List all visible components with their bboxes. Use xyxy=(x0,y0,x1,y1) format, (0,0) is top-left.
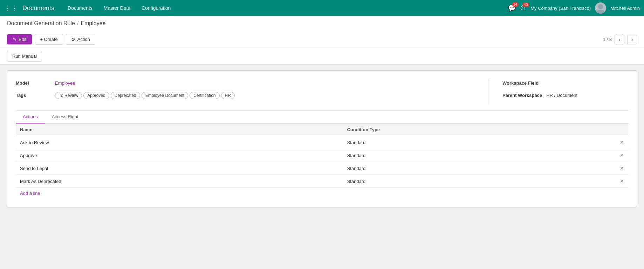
pager-prev[interactable]: ‹ xyxy=(615,35,624,44)
pager-text: 1 / 8 xyxy=(603,37,612,42)
app-name: Documents xyxy=(22,5,54,12)
clock-icon[interactable]: ⏱ 40 xyxy=(520,5,526,12)
pager: 1 / 8 ‹ › xyxy=(603,35,637,44)
svg-point-1 xyxy=(596,10,605,14)
cell-condition-type: Standard xyxy=(343,136,614,149)
pencil-icon: ✎ xyxy=(13,37,16,42)
clock-badge: 40 xyxy=(522,2,529,7)
delete-row-btn[interactable]: ✕ xyxy=(620,165,624,171)
table-row: Mark As Deprecated Standard ✕ xyxy=(16,175,628,188)
breadcrumb: Document Generation Rule / Employee xyxy=(0,16,644,31)
topbar: ⋮⋮ Documents Documents Master Data Confi… xyxy=(0,0,644,16)
table-row: Ask to Review Standard ✕ xyxy=(16,136,628,149)
workspace-field-group: Workspace Field xyxy=(502,79,543,86)
cell-name: Send to Legal xyxy=(16,162,343,175)
model-value: Employee xyxy=(55,79,75,86)
company-name: My Company (San Francisco) xyxy=(530,6,591,11)
create-button[interactable]: + Create xyxy=(35,34,63,45)
cell-condition-type: Standard xyxy=(343,175,614,188)
tag-deprecated: Deprecated xyxy=(111,92,140,99)
actions-table: Name Condition Type Ask to Review Standa… xyxy=(16,123,628,188)
tag-certification: Certification xyxy=(190,92,219,99)
cell-condition-type: Standard xyxy=(343,162,614,175)
add-line-btn[interactable]: Add a line xyxy=(16,188,44,199)
tags-label: Tags xyxy=(16,91,51,98)
table-row: Send to Legal Standard ✕ xyxy=(16,162,628,175)
model-group: Model Employee xyxy=(16,79,75,86)
topbar-right: 💬 14 ⏱ 40 My Company (San Francisco) Mit… xyxy=(508,2,640,14)
workspace-field-row: Workspace Field xyxy=(502,79,628,86)
run-manual-bar: Run Manual xyxy=(0,48,644,65)
avatar[interactable] xyxy=(595,2,606,14)
parent-workspace-value: HR / Document xyxy=(546,91,577,98)
tab-access-right[interactable]: Access Right xyxy=(45,111,85,123)
pager-next[interactable]: › xyxy=(627,35,637,44)
breadcrumb-separator: / xyxy=(77,20,78,27)
breadcrumb-parent[interactable]: Document Generation Rule xyxy=(7,20,75,27)
tabs-container: Actions Access Right Name Condition Type… xyxy=(16,110,628,199)
username: Mitchell Admin xyxy=(610,6,640,11)
col-name: Name xyxy=(16,123,343,136)
tab-actions[interactable]: Actions xyxy=(16,111,45,123)
chat-icon[interactable]: 💬 14 xyxy=(508,4,516,12)
chat-badge: 14 xyxy=(512,2,519,7)
gear-icon: ⚙ xyxy=(71,37,75,42)
col-condition-type: Condition Type xyxy=(343,123,614,136)
tag-approved: Approved xyxy=(83,92,109,99)
form-left: Model Employee Tags To Review Approved D… xyxy=(16,79,474,105)
workspace-field-label: Workspace Field xyxy=(502,79,539,86)
table-header-row: Name Condition Type xyxy=(16,123,628,136)
delete-row-btn[interactable]: ✕ xyxy=(620,153,624,158)
form-right: Workspace Field Parent Workspace HR / Do… xyxy=(488,79,628,105)
cell-name: Approve xyxy=(16,149,343,162)
cell-name: Mark As Deprecated xyxy=(16,175,343,188)
tags-container: To Review Approved Deprecated Employee D… xyxy=(55,91,235,99)
nav-configuration[interactable]: Configuration xyxy=(137,3,176,13)
delete-row-btn[interactable]: ✕ xyxy=(620,178,624,184)
table-row: Approve Standard ✕ xyxy=(16,149,628,162)
tag-to-review: To Review xyxy=(55,92,82,99)
form-top: Model Employee Tags To Review Approved D… xyxy=(16,79,628,105)
tags-row: Tags To Review Approved Deprecated Emplo… xyxy=(16,91,474,99)
delete-row-btn[interactable]: ✕ xyxy=(620,140,624,145)
model-row: Model Employee xyxy=(16,79,474,86)
edit-button[interactable]: ✎ Edit xyxy=(7,34,32,44)
grid-icon[interactable]: ⋮⋮ xyxy=(4,4,18,12)
nav-master-data[interactable]: Master Data xyxy=(99,3,135,13)
action-button[interactable]: ⚙ Action xyxy=(66,34,95,45)
nav-documents[interactable]: Documents xyxy=(63,3,97,13)
svg-point-0 xyxy=(598,4,603,9)
parent-workspace-label: Parent Workspace xyxy=(502,91,542,98)
model-label: Model xyxy=(16,79,51,86)
tag-employee-document: Employee Document xyxy=(142,92,188,99)
form-card: Model Employee Tags To Review Approved D… xyxy=(7,70,637,207)
top-nav: Documents Master Data Configuration xyxy=(63,3,505,13)
parent-workspace-row: Parent Workspace HR / Document xyxy=(502,91,628,98)
tabs-nav: Actions Access Right xyxy=(16,111,628,123)
run-manual-button[interactable]: Run Manual xyxy=(7,51,42,62)
cell-condition-type: Standard xyxy=(343,149,614,162)
main-content: Model Employee Tags To Review Approved D… xyxy=(0,65,644,213)
action-bar: ✎ Edit + Create ⚙ Action 1 / 8 ‹ › xyxy=(0,31,644,48)
breadcrumb-current: Employee xyxy=(81,20,105,27)
tag-hr: HR xyxy=(221,92,235,99)
cell-name: Ask to Review xyxy=(16,136,343,149)
parent-workspace-group: Parent Workspace HR / Document xyxy=(502,91,577,98)
tags-group: Tags To Review Approved Deprecated Emplo… xyxy=(16,91,235,99)
